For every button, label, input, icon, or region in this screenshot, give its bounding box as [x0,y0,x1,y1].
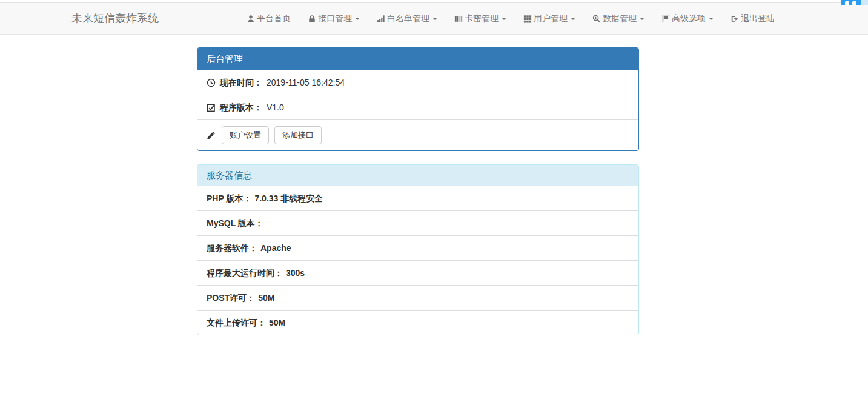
server-row-post-limit: POST许可：50M [197,285,638,310]
server-info-title: 服务器信息 [197,165,638,186]
admin-row-program-version: 程序版本：V1.0 [197,95,638,119]
nav-item-cardkey-management[interactable]: 卡密管理 [446,13,515,24]
admin-panel: 后台管理 现在时间：2019-11-05 16:42:54程序版本：V1.0账户… [197,47,639,151]
admin-actions-row: 账户设置添加接口 [197,119,638,150]
nav-item-platform-home[interactable]: 平台首页 [238,13,299,24]
site-title[interactable]: 未来短信轰炸系统 [71,3,159,34]
row-value: 50M [269,318,285,328]
admin-row-current-time: 现在时间：2019-11-05 16:42:54 [197,70,638,95]
overlay-dot-icon [852,1,856,5]
row-value: 7.0.33 非线程安全 [254,193,323,203]
add-api-button[interactable]: 添加接口 [274,126,322,144]
nav-item-whitelist-management[interactable]: 白名单管理 [368,13,446,24]
browser-overlay-fragment [841,0,868,5]
zoom-in-icon [592,15,601,23]
row-label: MySQL 版本： [207,218,263,228]
overlay-dot-icon [845,1,849,5]
nav-item-data-management[interactable]: 数据管理 [584,13,653,24]
main-content: 后台管理 现在时间：2019-11-05 16:42:54程序版本：V1.0账户… [197,35,639,335]
row-label: PHP 版本： [207,193,251,203]
server-info-panel: 服务器信息 PHP 版本：7.0.33 非线程安全MySQL 版本：服务器软件：… [197,164,639,335]
pencil-icon [207,131,216,140]
logout-icon [731,15,739,23]
chevron-down-icon [432,18,437,20]
overlay-blue-segment [841,0,861,5]
nav-item-label: 平台首页 [257,13,291,24]
user-icon [247,15,255,23]
nav-item-label: 白名单管理 [387,13,429,24]
chevron-down-icon [571,18,575,20]
nav-item-api-management[interactable]: 接口管理 [299,13,368,24]
nav-item-advanced-options[interactable]: 高级选项 [653,13,722,24]
barcode-icon [454,15,463,23]
server-row-php-version: PHP 版本：7.0.33 非线程安全 [197,186,638,210]
nav-item-label: 退出登陆 [741,13,775,24]
nav-item-logout[interactable]: 退出登陆 [722,13,783,24]
clock-icon [207,78,216,87]
signal-icon [377,15,385,23]
server-row-mysql-version: MySQL 版本： [197,210,638,235]
nav-menu: 平台首页接口管理白名单管理卡密管理用户管理数据管理高级选项退出登陆 [238,3,783,34]
row-value: V1.0 [267,101,284,113]
nav-item-label: 用户管理 [534,13,568,24]
nav-item-label: 数据管理 [603,13,637,24]
chevron-down-icon [355,18,360,20]
server-row-upload-limit: 文件上传许可：50M [197,310,638,335]
chevron-down-icon [709,18,714,20]
row-value: 50M [258,293,274,303]
row-label: 程序最大运行时间： [207,268,283,278]
server-row-max-execution-time: 程序最大运行时间：300s [197,260,638,285]
row-label: 程序版本： [220,101,262,113]
admin-panel-title: 后台管理 [197,48,638,70]
check-icon [207,103,216,112]
row-label: 现在时间： [220,76,262,89]
server-info-body: PHP 版本：7.0.33 非线程安全MySQL 版本：服务器软件：Apache… [197,186,638,335]
grid-icon [523,15,532,23]
nav-item-user-management[interactable]: 用户管理 [515,13,584,24]
chevron-down-icon [640,18,644,20]
row-label: 服务器软件： [207,243,257,253]
admin-panel-body: 现在时间：2019-11-05 16:42:54程序版本：V1.0账户设置添加接… [197,70,638,150]
row-label: 文件上传许可： [207,318,266,328]
row-value: Apache [260,243,291,253]
lock-icon [308,15,316,23]
chevron-down-icon [502,18,506,20]
nav-item-label: 卡密管理 [465,13,499,24]
account-settings-button[interactable]: 账户设置 [222,126,269,144]
navbar: 未来短信轰炸系统 平台首页接口管理白名单管理卡密管理用户管理数据管理高级选项退出… [0,2,868,35]
overlay-light-segment [861,0,868,5]
row-value: 300s [286,268,305,278]
server-row-server-software: 服务器软件：Apache [197,235,638,260]
nav-item-label: 高级选项 [672,13,706,24]
flag-icon [661,15,670,23]
nav-item-label: 接口管理 [318,13,352,24]
row-label: POST许可： [207,293,255,303]
row-value: 2019-11-05 16:42:54 [267,76,345,89]
